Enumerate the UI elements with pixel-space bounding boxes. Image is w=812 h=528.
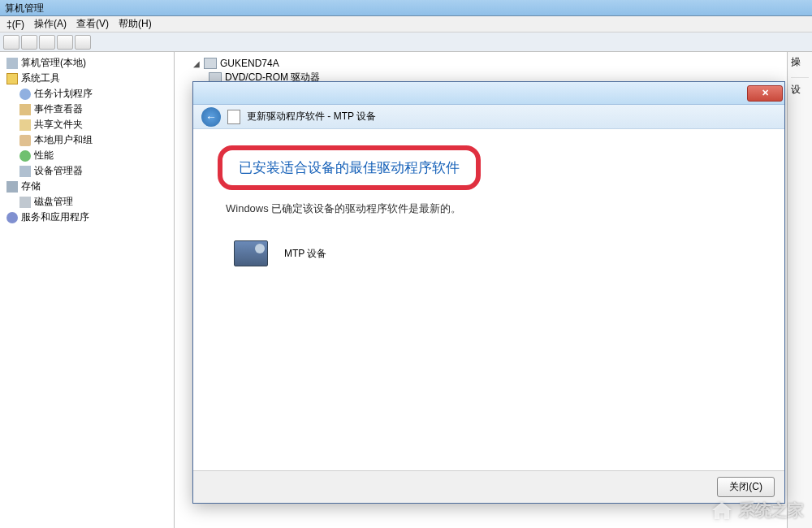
right-label-2: 设	[791, 77, 809, 97]
tree-disk[interactable]: 磁盘管理	[2, 194, 172, 210]
menu-file[interactable]: ‡(F)	[3, 17, 28, 32]
tree-perf[interactable]: 性能	[2, 148, 172, 163]
right-label-1: 操	[791, 55, 809, 69]
tree-share[interactable]: 共享文件夹	[2, 117, 172, 132]
dialog-main-message: 已安装适合设备的最佳驱动程序软件	[239, 158, 460, 177]
service-icon	[6, 212, 18, 223]
users-icon	[19, 135, 31, 146]
back-arrow-icon: ←	[205, 110, 217, 123]
dialog-close-button[interactable]: ✕	[747, 85, 783, 102]
perf-icon	[19, 150, 31, 162]
update-driver-dialog: ✕ ← 更新驱动程序软件 - MTP 设备 已安装适合设备的最佳驱动程序软件 W…	[192, 81, 785, 504]
device-icon	[19, 166, 31, 177]
close-icon: ✕	[762, 88, 769, 98]
collapse-icon[interactable]: ◢	[192, 59, 201, 68]
tree-systools[interactable]: 系统工具	[2, 71, 172, 86]
menu-help[interactable]: 帮助(H)	[115, 15, 155, 32]
tree-users[interactable]: 本地用户和组	[2, 132, 172, 148]
computer-icon	[6, 58, 18, 69]
tree-storage[interactable]: 存储	[2, 179, 172, 194]
task-icon	[19, 89, 31, 100]
window-titlebar: 算机管理	[0, 0, 812, 16]
toolbar-back-icon[interactable]	[3, 35, 19, 50]
share-icon	[19, 119, 31, 131]
tree-event[interactable]: 事件查看器	[2, 102, 172, 117]
tree-task[interactable]: 任务计划程序	[2, 86, 172, 102]
document-icon	[227, 110, 240, 124]
dev-computer[interactable]: ◢GUKEND74A	[179, 57, 782, 70]
mtp-device-icon	[234, 240, 268, 266]
event-icon	[19, 104, 31, 115]
menu-action[interactable]: 操作(A)	[31, 15, 70, 32]
dialog-header: ← 更新驱动程序软件 - MTP 设备	[193, 105, 784, 129]
pc-icon	[204, 58, 217, 69]
tools-icon	[6, 73, 18, 84]
menu-view[interactable]: 查看(V)	[73, 15, 112, 32]
dialog-sub-message: Windows 已确定该设备的驱动程序软件是最新的。	[226, 201, 760, 216]
tree-devmgr[interactable]: 设备管理器	[2, 163, 172, 179]
watermark: 系统之家	[710, 500, 804, 522]
dialog-footer: 关闭(C)	[193, 470, 784, 503]
dialog-titlebar[interactable]: ✕	[193, 82, 784, 105]
toolbar-prop-icon[interactable]	[57, 35, 73, 50]
menu-bar: ‡(F) 操作(A) 查看(V) 帮助(H)	[0, 16, 812, 32]
device-name-label: MTP 设备	[284, 247, 326, 261]
highlight-annotation: 已安装适合设备的最佳驱动程序软件	[218, 145, 481, 190]
device-row: MTP 设备	[234, 240, 760, 266]
disk-icon	[19, 197, 31, 208]
left-tree-pane: 算机管理(本地) 系统工具 任务计划程序 事件查看器 共享文件夹 本地用户和组 …	[0, 52, 175, 528]
right-actions-pane: 操 设	[788, 52, 812, 528]
toolbar	[0, 32, 812, 52]
dialog-close-footer-button[interactable]: 关闭(C)	[717, 477, 775, 497]
dialog-back-button[interactable]: ←	[201, 107, 221, 127]
toolbar-help-icon[interactable]	[75, 35, 91, 50]
tree-services[interactable]: 服务和应用程序	[2, 210, 172, 225]
watermark-text: 系统之家	[739, 500, 804, 522]
toolbar-refresh-icon[interactable]	[39, 35, 55, 50]
window-title: 算机管理	[5, 2, 44, 14]
tree-root[interactable]: 算机管理(本地)	[2, 55, 172, 71]
dialog-body: 已安装适合设备的最佳驱动程序软件 Windows 已确定该设备的驱动程序软件是最…	[193, 129, 784, 283]
dialog-header-text: 更新驱动程序软件 - MTP 设备	[247, 110, 376, 123]
storage-icon	[6, 181, 18, 193]
watermark-house-icon	[710, 500, 734, 522]
toolbar-forward-icon[interactable]	[21, 35, 37, 50]
